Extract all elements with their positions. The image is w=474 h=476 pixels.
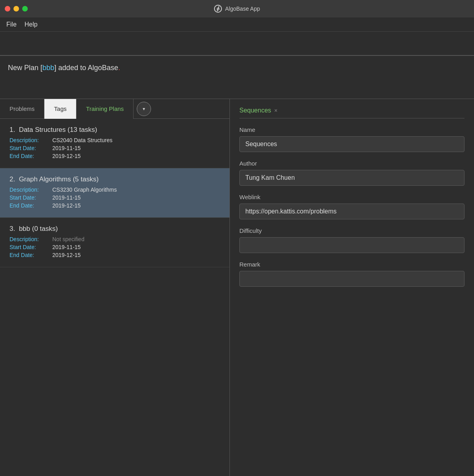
right-tab-sequences-label[interactable]: Sequences [239,107,271,114]
author-input[interactable] [239,170,464,186]
plan-end-label-2: End Date: [10,202,49,209]
weblink-label: Weblink [239,194,464,200]
dropdown-icon: ▾ [143,106,145,112]
plan-desc-label-1: Description: [10,137,49,143]
plan-desc-label-2: Description: [10,187,49,193]
minimize-button[interactable] [13,6,19,11]
plan-end-label-3: End Date: [10,252,49,258]
author-label: Author [239,160,464,167]
left-panel: Problems Tags Training Plans ▾ 1. Data S… [0,99,230,476]
plan-start-label-3: Start Date: [10,244,49,250]
difficulty-input[interactable] [239,237,464,253]
plan-start-value-3: 2019-11-15 [52,244,81,250]
plan-end-value-2: 2019-12-15 [52,202,81,209]
plan-item-3[interactable]: 3. bbb (0 tasks) Description: Not specif… [0,218,229,267]
plan-detail-end-3: End Date: 2019-12-15 [10,252,220,258]
weblink-input[interactable] [239,204,464,219]
plan-end-value-3: 2019-12-15 [52,252,81,258]
plan-desc-label-3: Description: [10,236,49,242]
plan-item-2[interactable]: 2. Graph Algorithms (5 tasks) Descriptio… [0,168,229,218]
name-section: Name [239,126,464,152]
plan-detail-start-1: Start Date: 2019-11-15 [10,145,220,151]
app-name-label: AlgoBase App [225,6,260,12]
tab-training-plans[interactable]: Training Plans [76,99,134,119]
plan-item-1[interactable]: 1. Data Structures (13 tasks) Descriptio… [0,119,229,168]
name-label: Name [239,126,464,133]
plan-start-label-2: Start Date: [10,194,49,201]
tab-dropdown-button[interactable]: ▾ [137,102,151,116]
menu-file[interactable]: File [6,21,17,28]
app-title: ⊘ AlgoBase App [214,5,260,13]
weblink-section: Weblink [239,194,464,219]
difficulty-label: Difficulty [239,227,464,234]
tab-training-plans-label: Training Plans [86,105,124,112]
plan-start-value-1: 2019-11-15 [52,145,81,151]
close-button[interactable] [5,6,10,11]
plan-detail-desc-2: Description: CS3230 Graph Algorithms [10,187,220,193]
notification-text: New Plan [bbb] added to AlgoBase. [8,64,120,72]
right-panel: Sequences × Name Author Weblink Difficul… [230,99,474,476]
right-tab-close-button[interactable]: × [274,107,277,114]
plan-detail-desc-1: Description: CS2040 Data Structures [10,137,220,143]
traffic-lights [5,6,28,11]
notification-prefix: New Plan [ [8,64,42,72]
plan-title-1: 1. Data Structures (13 tasks) [10,126,220,134]
toolbar-area [0,32,474,55]
plan-title-2: 2. Graph Algorithms (5 tasks) [10,175,220,183]
maximize-button[interactable] [22,6,28,11]
app-logo-icon: ⊘ [214,5,222,13]
plan-detail-end-1: End Date: 2019-12-15 [10,153,220,159]
tab-problems-label: Problems [10,105,34,112]
menubar: File Help [0,17,474,32]
notification-bar: New Plan [bbb] added to AlgoBase. [0,55,474,99]
menu-help[interactable]: Help [25,21,38,28]
name-input[interactable] [239,136,464,152]
tab-tags[interactable]: Tags [44,99,76,119]
author-section: Author [239,160,464,186]
plan-detail-end-2: End Date: 2019-12-15 [10,202,220,209]
remark-section: Remark [239,261,464,287]
plan-desc-value-2: CS3230 Graph Algorithms [52,187,117,193]
plan-detail-desc-3: Description: Not specified [10,236,220,242]
right-tab-header: Sequences × [239,107,464,118]
plan-start-value-2: 2019-11-15 [52,194,81,201]
plan-desc-value-1: CS2040 Data Structures [52,137,113,143]
titlebar: ⊘ AlgoBase App [0,0,474,17]
plan-start-label-1: Start Date: [10,145,49,151]
remark-label: Remark [239,261,464,268]
notification-suffix: ] added to AlgoBase [54,64,118,72]
plan-end-label-1: End Date: [10,153,49,159]
plan-detail-start-3: Start Date: 2019-11-15 [10,244,220,250]
plans-list: 1. Data Structures (13 tasks) Descriptio… [0,119,229,476]
tab-tags-label: Tags [54,105,67,112]
plan-detail-start-2: Start Date: 2019-11-15 [10,194,220,201]
tab-problems[interactable]: Problems [0,99,44,119]
notification-period: . [118,64,120,72]
main-content: Problems Tags Training Plans ▾ 1. Data S… [0,99,474,476]
tabs-bar: Problems Tags Training Plans ▾ [0,99,229,119]
plan-end-value-1: 2019-12-15 [52,153,81,159]
plan-desc-value-3: Not specified [52,236,84,242]
notification-plan-name: bbb [42,64,54,72]
remark-input[interactable] [239,271,464,287]
difficulty-section: Difficulty [239,227,464,253]
plan-title-3: 3. bbb (0 tasks) [10,225,220,233]
